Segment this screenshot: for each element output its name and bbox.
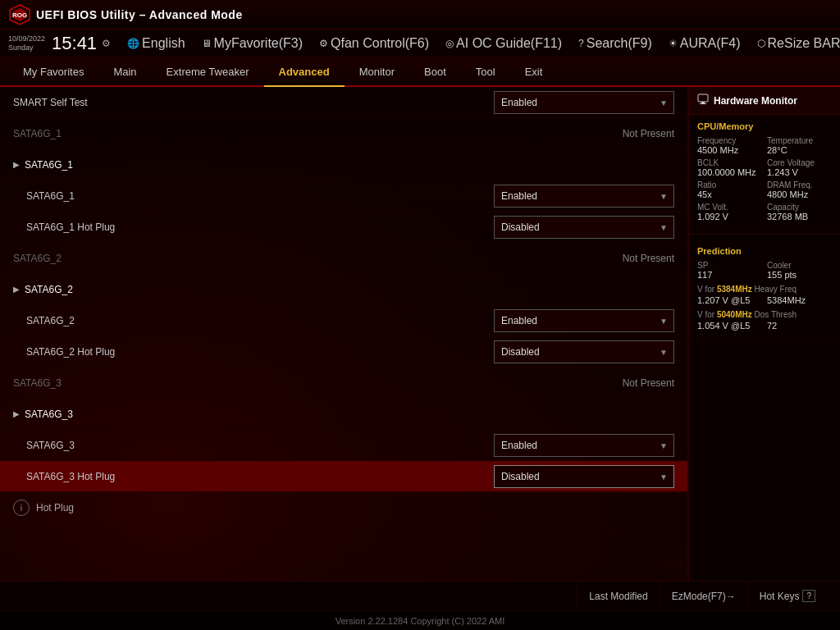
sata6g2-hotplug-row[interactable]: SATA6G_2 Hot Plug Disabled Enabled ▼ bbox=[0, 336, 687, 368]
svg-rect-5 bbox=[700, 103, 706, 104]
dram-freq-item: DRAM Freq. 4800 MHz bbox=[767, 180, 832, 199]
ratio-item: Ratio 45x bbox=[697, 180, 762, 199]
sata6g3-group-label: SATA6G_3 bbox=[25, 409, 674, 420]
hot-keys-icon: ? bbox=[802, 590, 815, 602]
nav-my-favorites[interactable]: My Favorites bbox=[8, 57, 98, 87]
nav-extreme-tweaker[interactable]: Extreme Tweaker bbox=[152, 57, 264, 87]
info-label: Hot Plug bbox=[36, 502, 74, 514]
sata6g2-hotplug-select-wrapper[interactable]: Disabled Enabled ▼ bbox=[494, 340, 674, 363]
sata6g1-hotplug-select[interactable]: Disabled Enabled bbox=[494, 216, 674, 239]
sata6g3-hotplug-select-wrapper[interactable]: Disabled Enabled ▼ bbox=[494, 465, 674, 488]
nav-advanced-label: Advanced bbox=[279, 66, 330, 78]
sata6g2-group-row[interactable]: ▶ SATA6G_2 bbox=[0, 274, 687, 305]
nav-exit[interactable]: Exit bbox=[510, 57, 558, 87]
prediction-title: Prediction bbox=[697, 246, 832, 256]
sata6g1-hotplug-row[interactable]: SATA6G_1 Hot Plug Disabled Enabled ▼ bbox=[0, 212, 687, 243]
nav-exit-label: Exit bbox=[525, 66, 543, 78]
time-display: 15:41 bbox=[52, 33, 97, 54]
ai-oc-button[interactable]: ◎ AI OC Guide(F11) bbox=[445, 36, 562, 51]
search-button[interactable]: ? Search(F9) bbox=[578, 36, 652, 51]
date-text: 10/09/2022 bbox=[8, 34, 45, 43]
footer: Last Modified EzMode(F7)→ Hot Keys ? bbox=[0, 581, 840, 610]
ez-mode-label: EzMode(F7)→ bbox=[672, 591, 736, 602]
sata6g2-notpresent-value: Not Present bbox=[609, 253, 674, 264]
sata6g1-group-label: SATA6G_1 bbox=[25, 159, 674, 171]
svg-text:ROG: ROG bbox=[12, 11, 27, 19]
sata6g1-notpresent-value: Not Present bbox=[609, 128, 674, 139]
sata6g3-hotplug-row[interactable]: SATA6G_3 Hot Plug Disabled Enabled ▼ bbox=[0, 461, 687, 492]
nav-boot[interactable]: Boot bbox=[409, 57, 461, 87]
sata6g1-hotplug-select-wrapper[interactable]: Disabled Enabled ▼ bbox=[494, 216, 674, 239]
last-modified-button[interactable]: Last Modified bbox=[577, 582, 659, 611]
sata6g1-group-row[interactable]: ▶ SATA6G_1 bbox=[0, 149, 687, 180]
v5040-values: 1.054 V @L5 72 bbox=[697, 321, 832, 331]
frequency-label: Frequency 4500 MHz bbox=[697, 136, 762, 155]
sata6g3-enabled-select[interactable]: Enabled Disabled bbox=[494, 434, 674, 457]
qfan-button[interactable]: ⚙ Qfan Control(F6) bbox=[319, 36, 429, 51]
last-modified-label: Last Modified bbox=[589, 591, 647, 602]
v5384-values: 1.207 V @L5 5384MHz bbox=[697, 295, 832, 305]
sata6g3-group-row[interactable]: ▶ SATA6G_3 bbox=[0, 399, 687, 430]
nav-boot-label: Boot bbox=[424, 66, 446, 78]
sata6g2-enabled-select[interactable]: Enabled Disabled bbox=[494, 309, 674, 332]
hw-monitor-title: Hardware Monitor bbox=[714, 95, 797, 107]
sata6g3-enabled-select-wrapper[interactable]: Enabled Disabled ▼ bbox=[494, 434, 674, 457]
nav-tool[interactable]: Tool bbox=[461, 57, 510, 87]
sp-item: SP 117 bbox=[697, 261, 762, 280]
qfan-label: Qfan Control(F6) bbox=[331, 36, 429, 51]
svg-rect-3 bbox=[698, 94, 708, 102]
sata6g2-enabled-select-wrapper[interactable]: Enabled Disabled ▼ bbox=[494, 309, 674, 332]
settings-icon[interactable]: ⚙ bbox=[102, 38, 111, 49]
language-selector[interactable]: 🌐 English bbox=[127, 36, 185, 51]
my-favorite-button[interactable]: 🖥 MyFavorite(F3) bbox=[202, 36, 303, 51]
sata6g1-hotplug-label: SATA6G_1 Hot Plug bbox=[26, 221, 494, 233]
my-favorite-label: MyFavorite(F3) bbox=[214, 36, 303, 51]
smart-self-test-select-wrapper[interactable]: Enabled Disabled ▼ bbox=[494, 91, 674, 114]
sata6g1-notpresent-row: SATA6G_1 Not Present bbox=[0, 118, 687, 149]
smart-self-test-select[interactable]: Enabled Disabled bbox=[494, 91, 674, 114]
temperature-item: Temperature 28°C bbox=[767, 136, 832, 155]
day-text: Sunday bbox=[8, 43, 45, 52]
sata6g1-expand-icon: ▶ bbox=[13, 160, 20, 169]
resize-bar-button[interactable]: ⬡ ReSize BAR bbox=[757, 36, 840, 51]
main-content: SMART Self Test Enabled Disabled ▼ SATA6… bbox=[0, 87, 840, 581]
sata6g3-notpresent-row: SATA6G_3 Not Present bbox=[0, 368, 687, 399]
sata6g3-hotplug-select[interactable]: Disabled Enabled bbox=[494, 465, 674, 488]
sata6g3-enabled-row[interactable]: SATA6G_3 Enabled Disabled ▼ bbox=[0, 430, 687, 461]
monitor-icon: 🖥 bbox=[202, 38, 212, 49]
sata6g1-enabled-label: SATA6G_1 bbox=[26, 190, 494, 202]
logo-area: ROG UEFI BIOS Utility – Advanced Mode bbox=[8, 3, 243, 26]
toolbar: 10/09/2022 Sunday 15:41 ⚙ 🌐 English 🖥 My… bbox=[0, 30, 840, 57]
nav-my-favorites-label: My Favorites bbox=[23, 66, 84, 78]
nav-main-label: Main bbox=[113, 66, 136, 78]
smart-self-test-label: SMART Self Test bbox=[13, 97, 494, 108]
mc-volt-item: MC Volt. 1.092 V bbox=[697, 203, 762, 221]
sata6g2-enabled-label: SATA6G_2 bbox=[26, 315, 494, 326]
sata6g1-enabled-select[interactable]: Enabled Disabled bbox=[494, 185, 674, 208]
rog-logo-icon: ROG bbox=[8, 3, 31, 26]
resize-icon: ⬡ bbox=[757, 38, 765, 49]
prediction-grid: SP 117 Cooler 155 pts bbox=[697, 261, 832, 280]
ez-mode-button[interactable]: EzMode(F7)→ bbox=[660, 582, 747, 611]
hw-divider bbox=[689, 234, 840, 235]
sata6g1-enabled-select-wrapper[interactable]: Enabled Disabled ▼ bbox=[494, 185, 674, 208]
aura-button[interactable]: ☀ AURA(F4) bbox=[669, 36, 741, 51]
v5040-item: V for 5040MHz Dos Thresh 1.054 V @L5 72 bbox=[697, 310, 832, 331]
nav-advanced[interactable]: Advanced bbox=[264, 57, 345, 87]
sata6g3-hotplug-label: SATA6G_3 Hot Plug bbox=[26, 471, 494, 482]
header: ROG UEFI BIOS Utility – Advanced Mode bbox=[0, 0, 840, 30]
sata6g2-hotplug-select[interactable]: Disabled Enabled bbox=[494, 340, 674, 363]
aura-icon: ☀ bbox=[669, 38, 678, 49]
smart-self-test-row[interactable]: SMART Self Test Enabled Disabled ▼ bbox=[0, 87, 687, 118]
sata6g2-group-label: SATA6G_2 bbox=[25, 284, 674, 295]
sata6g2-enabled-row[interactable]: SATA6G_2 Enabled Disabled ▼ bbox=[0, 305, 687, 336]
hot-keys-button[interactable]: Hot Keys ? bbox=[747, 582, 827, 611]
sata6g1-enabled-row[interactable]: SATA6G_1 Enabled Disabled ▼ bbox=[0, 180, 687, 212]
language-label: English bbox=[142, 36, 185, 51]
sata6g3-notpresent-value: Not Present bbox=[609, 377, 674, 389]
nav-monitor[interactable]: Monitor bbox=[345, 57, 409, 87]
nav-main[interactable]: Main bbox=[98, 57, 151, 87]
info-row: i Hot Plug bbox=[0, 492, 687, 523]
cpu-memory-title: CPU/Memory bbox=[697, 121, 832, 131]
search-icon: ? bbox=[578, 38, 584, 49]
